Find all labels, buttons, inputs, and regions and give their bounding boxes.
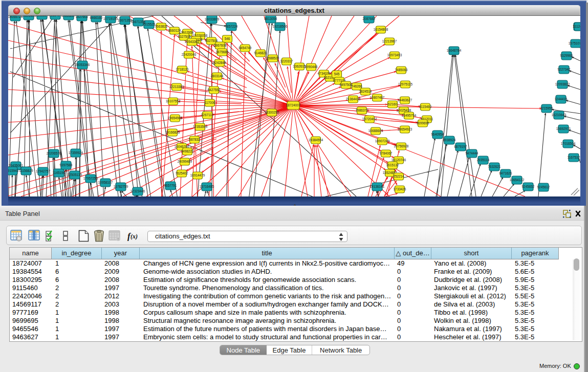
svg-text:18724007: 18724007 bbox=[286, 103, 301, 107]
svg-text:19166825: 19166825 bbox=[165, 130, 180, 134]
svg-text:117006: 117006 bbox=[205, 101, 215, 104]
svg-text:9227342: 9227342 bbox=[558, 68, 571, 71]
svg-text:2867608: 2867608 bbox=[214, 43, 227, 47]
svg-text:15692971: 15692971 bbox=[556, 127, 571, 130]
svg-text:10688609: 10688609 bbox=[368, 129, 383, 133]
svg-text:19218506: 19218506 bbox=[273, 25, 288, 28]
svg-text:3824514: 3824514 bbox=[359, 90, 372, 93]
svg-text:6879197: 6879197 bbox=[454, 145, 467, 148]
svg-text:1362615: 1362615 bbox=[293, 64, 306, 68]
svg-text:1244415: 1244415 bbox=[555, 97, 568, 101]
svg-text:8471626: 8471626 bbox=[499, 171, 512, 175]
svg-text:20206576: 20206576 bbox=[47, 151, 61, 155]
svg-text:8938924: 8938924 bbox=[443, 138, 456, 142]
svg-text:14136141: 14136141 bbox=[370, 185, 385, 188]
svg-text:62160: 62160 bbox=[388, 102, 397, 106]
svg-text:15716485: 15716485 bbox=[200, 185, 214, 188]
svg-text:10654122: 10654122 bbox=[510, 178, 525, 182]
svg-text:16671355: 16671355 bbox=[131, 20, 146, 24]
svg-text:10973493: 10973493 bbox=[387, 53, 402, 57]
svg-text:24099489: 24099489 bbox=[178, 160, 192, 163]
svg-text:9657791: 9657791 bbox=[164, 184, 177, 187]
svg-text:16210643: 16210643 bbox=[552, 113, 567, 117]
svg-text:1615132: 1615132 bbox=[386, 163, 399, 167]
svg-text:16120746: 16120746 bbox=[391, 158, 406, 162]
svg-text:1145194: 1145194 bbox=[53, 171, 66, 174]
svg-text:12942757: 12942757 bbox=[36, 169, 51, 173]
svg-text:2718120: 2718120 bbox=[176, 68, 189, 71]
svg-text:10958107: 10958107 bbox=[98, 181, 113, 184]
svg-text:(x): (x) bbox=[130, 233, 138, 240]
svg-text:12505135: 12505135 bbox=[68, 173, 82, 177]
svg-text:9146821: 9146821 bbox=[254, 51, 267, 55]
svg-text:252214: 252214 bbox=[393, 174, 404, 178]
svg-text:9329966: 9329966 bbox=[560, 54, 573, 57]
svg-text:13495794: 13495794 bbox=[402, 114, 417, 117]
svg-text:3267110: 3267110 bbox=[201, 113, 214, 117]
svg-text:1733426: 1733426 bbox=[394, 187, 406, 191]
svg-text:1527602: 1527602 bbox=[76, 16, 89, 18]
svg-text:10025438: 10025438 bbox=[397, 108, 411, 112]
svg-text:7625402: 7625402 bbox=[176, 171, 188, 175]
svg-text:7485063: 7485063 bbox=[395, 68, 408, 72]
svg-text:6497508: 6497508 bbox=[340, 83, 353, 86]
svg-text:17016504: 17016504 bbox=[561, 142, 576, 145]
svg-text:12353594: 12353594 bbox=[193, 125, 208, 128]
svg-text:1588520: 1588520 bbox=[267, 56, 279, 60]
svg-text:12093822: 12093822 bbox=[555, 82, 570, 86]
svg-text:6466160: 6466160 bbox=[90, 16, 103, 19]
svg-text:3498222: 3498222 bbox=[181, 149, 194, 153]
svg-text:12323446: 12323446 bbox=[130, 189, 145, 193]
svg-text:1990448: 1990448 bbox=[305, 65, 318, 69]
svg-text:8427552: 8427552 bbox=[208, 88, 221, 92]
svg-text:16154808: 16154808 bbox=[374, 28, 388, 31]
svg-text:3215955: 3215955 bbox=[540, 106, 553, 110]
svg-text:1112482: 1112482 bbox=[573, 25, 580, 28]
svg-text:3220317: 3220317 bbox=[280, 59, 293, 63]
svg-text:19384554: 19384554 bbox=[309, 138, 323, 142]
svg-text:2087682: 2087682 bbox=[363, 17, 376, 20]
svg-text:7986372: 7986372 bbox=[356, 108, 368, 112]
svg-text:16033809: 16033809 bbox=[205, 17, 220, 21]
svg-text:9245652: 9245652 bbox=[522, 185, 535, 188]
svg-text:3875685: 3875685 bbox=[216, 50, 229, 54]
svg-text:7632621: 7632621 bbox=[488, 165, 501, 168]
svg-text:9784067: 9784067 bbox=[380, 151, 393, 155]
svg-text:20756928: 20756928 bbox=[394, 144, 409, 148]
svg-text:16107552: 16107552 bbox=[166, 99, 181, 103]
svg-text:7663822: 7663822 bbox=[155, 25, 168, 28]
svg-text:19654923: 19654923 bbox=[398, 127, 412, 131]
svg-text:1863524: 1863524 bbox=[36, 16, 49, 17]
svg-text:10653267: 10653267 bbox=[61, 16, 76, 17]
svg-text:8813054: 8813054 bbox=[265, 17, 277, 20]
svg-text:21364436: 21364436 bbox=[346, 97, 361, 101]
svg-text:9660124: 9660124 bbox=[168, 29, 181, 32]
svg-text:15720407: 15720407 bbox=[362, 117, 377, 121]
svg-text:12213383: 12213383 bbox=[169, 85, 184, 89]
svg-text:587832: 587832 bbox=[189, 138, 200, 141]
svg-text:16648784: 16648784 bbox=[447, 49, 462, 52]
svg-text:16782759: 16782759 bbox=[114, 185, 128, 188]
svg-text:9155494: 9155494 bbox=[49, 16, 62, 17]
svg-text:9115460: 9115460 bbox=[419, 105, 432, 108]
svg-text:10719155: 10719155 bbox=[103, 17, 118, 20]
svg-text:22420046: 22420046 bbox=[182, 53, 197, 56]
svg-text:10807487: 10807487 bbox=[370, 96, 385, 99]
svg-text:9245612: 9245612 bbox=[537, 185, 550, 189]
svg-text:9474444: 9474444 bbox=[466, 151, 478, 155]
svg-text:11156829: 11156829 bbox=[19, 169, 33, 172]
svg-text:9397588: 9397588 bbox=[60, 163, 73, 167]
svg-text:2803144: 2803144 bbox=[211, 74, 224, 78]
svg-text:19654985: 19654985 bbox=[168, 116, 183, 120]
svg-text:8454749: 8454749 bbox=[239, 46, 252, 50]
svg-text:7857224: 7857224 bbox=[225, 25, 238, 28]
svg-text:12213967: 12213967 bbox=[382, 39, 397, 43]
svg-text:546: 546 bbox=[225, 37, 230, 40]
svg-text:9327505: 9327505 bbox=[178, 35, 191, 38]
svg-text:18300295: 18300295 bbox=[265, 111, 279, 114]
svg-text:10543362: 10543362 bbox=[185, 40, 200, 43]
svg-text:2935114: 2935114 bbox=[477, 158, 490, 162]
svg-text:9242848: 9242848 bbox=[213, 61, 226, 64]
svg-text:15751074: 15751074 bbox=[569, 41, 580, 45]
svg-text:545: 545 bbox=[334, 72, 340, 76]
